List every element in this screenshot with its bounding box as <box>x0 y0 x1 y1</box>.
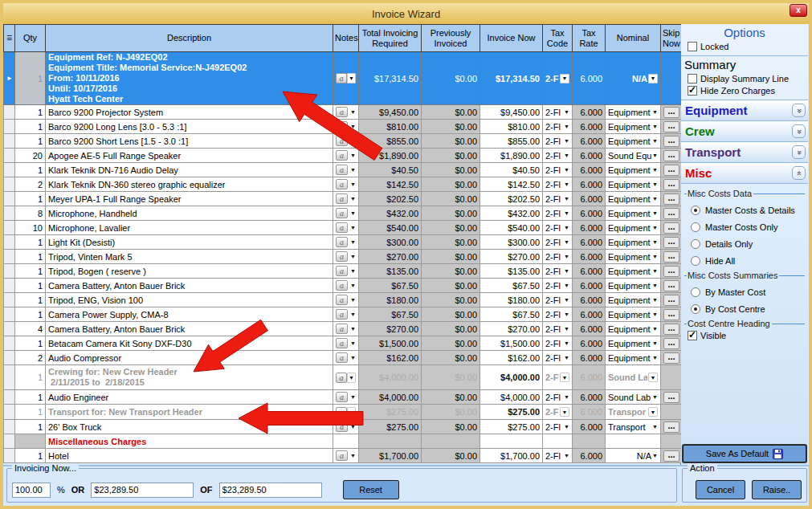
row-marker-cell[interactable] <box>4 307 15 322</box>
notes-dropdown-icon[interactable]: ▼ <box>350 312 356 317</box>
notes-text-button[interactable]: a <box>336 309 348 320</box>
invoice-row[interactable]: ►1Equipment Ref: N-J492EQ02Equipment Tit… <box>4 52 682 105</box>
tax-code-select[interactable]: 2-F▼ <box>543 52 573 105</box>
dropdown-arrow-icon[interactable]: ▼ <box>652 181 658 187</box>
notes-dropdown-icon[interactable]: ▼ <box>347 73 356 83</box>
invoice-row[interactable]: 1Crewing for: New Crew Header 2/11/2015 … <box>4 365 682 390</box>
skip-now-cell[interactable]: ... <box>661 134 682 149</box>
notes-dropdown-icon[interactable]: ▼ <box>350 167 356 173</box>
notes-text-button[interactable]: a <box>336 421 348 432</box>
close-icon[interactable]: x <box>790 4 807 17</box>
visible-checkbox[interactable] <box>688 331 697 340</box>
radio-master-costs-details[interactable]: Master Costs & Details <box>691 206 805 215</box>
row-marker-cell[interactable] <box>4 149 15 163</box>
invoice-row[interactable]: 1Barco 9200 Projector Systema▼$9,450.00$… <box>4 105 682 120</box>
row-marker-cell[interactable] <box>4 336 15 351</box>
skip-now-cell[interactable] <box>661 365 682 390</box>
tax-code-select[interactable]: 2-Fl▼ <box>543 279 573 293</box>
skip-now-cell[interactable]: ... <box>661 390 682 405</box>
description-cell[interactable]: Miscellaneous Charges <box>46 434 333 449</box>
tax-code-select[interactable]: 2-Fl▼ <box>543 336 573 351</box>
description-cell[interactable]: Transport for: New Transport Header <box>46 405 333 420</box>
invoice-row[interactable]: 4Camera Battery, Anton Bauer Bricka▼$270… <box>4 322 682 336</box>
dropdown-arrow-icon[interactable]: ▼ <box>652 254 658 259</box>
notes-cell[interactable]: a▼ <box>333 390 359 405</box>
notes-text-button[interactable]: a <box>336 121 348 132</box>
section-header-transport[interactable]: Transport » <box>681 142 808 163</box>
notes-text-button[interactable]: a <box>336 338 348 348</box>
description-cell[interactable]: Camera Battery, Anton Bauer Brick <box>46 279 333 293</box>
row-marker-cell[interactable] <box>4 390 15 405</box>
row-marker-cell[interactable] <box>4 405 15 420</box>
invoice-now-cell[interactable]: $135.00 <box>480 264 543 279</box>
dropdown-arrow-icon[interactable]: ▼ <box>652 239 658 245</box>
notes-cell[interactable]: a▼ <box>333 264 359 279</box>
dropdown-arrow-icon[interactable]: ▼ <box>564 167 569 173</box>
notes-cell[interactable]: a▼ <box>333 52 359 105</box>
notes-text-button[interactable]: a <box>336 237 348 247</box>
notes-text-button[interactable]: a <box>336 450 348 461</box>
tax-code-select[interactable]: 2-Fl▼ <box>543 149 573 163</box>
invoice-now-cell[interactable]: $202.50 <box>480 192 543 206</box>
skip-now-button[interactable]: ... <box>663 338 679 349</box>
chevron-double-down-icon[interactable]: » <box>792 104 806 117</box>
column-header[interactable]: Previously Invoiced <box>422 25 480 52</box>
skip-now-cell[interactable]: ... <box>661 177 682 192</box>
dropdown-arrow-icon[interactable]: ▼ <box>564 394 569 400</box>
nominal-select[interactable]: Equipment▼ <box>606 134 661 149</box>
dropdown-arrow-icon[interactable]: ▼ <box>564 297 569 303</box>
skip-now-button[interactable]: ... <box>663 309 679 320</box>
notes-dropdown-icon[interactable]: ▼ <box>350 210 356 216</box>
dropdown-arrow-icon[interactable]: ▼ <box>652 283 658 288</box>
chevron-double-up-icon[interactable]: » <box>792 166 806 180</box>
nominal-select[interactable]: Equipment▼ <box>606 250 661 264</box>
dropdown-arrow-icon[interactable]: ▼ <box>652 268 658 274</box>
skip-now-cell[interactable]: ... <box>661 293 682 307</box>
display-summary-line-checkbox[interactable] <box>688 74 697 83</box>
skip-now-cell[interactable]: ... <box>661 206 682 221</box>
notes-dropdown-icon[interactable]: ▼ <box>350 424 356 430</box>
notes-cell[interactable] <box>333 434 359 449</box>
notes-cell[interactable]: a▼ <box>333 105 359 120</box>
notes-text-button[interactable]: a <box>336 136 348 146</box>
invoice-now-cell[interactable]: $17,314.50 <box>480 52 543 105</box>
skip-now-cell[interactable]: ... <box>661 120 682 134</box>
row-marker-cell[interactable] <box>4 105 15 120</box>
invoice-now-cell[interactable]: $1,700.00 <box>480 449 543 463</box>
cancel-button[interactable]: Cancel <box>696 480 745 499</box>
notes-text-button[interactable]: a <box>336 280 348 291</box>
skip-now-cell[interactable]: ... <box>661 351 682 365</box>
tax-code-select[interactable]: 2-Fl▼ <box>543 120 573 134</box>
dropdown-arrow-icon[interactable]: ▼ <box>652 196 658 202</box>
invoice-now-cell[interactable]: $180.00 <box>480 293 543 307</box>
description-cell[interactable]: Hotel <box>46 449 333 463</box>
description-cell[interactable]: Meyer UPA-1 Full Range Speaker <box>46 192 333 206</box>
row-marker-cell[interactable] <box>4 120 15 134</box>
chevron-double-down-icon[interactable]: » <box>792 124 806 138</box>
notes-text-button[interactable]: a <box>336 107 348 117</box>
notes-text-button[interactable]: a <box>336 179 348 189</box>
skip-now-button[interactable]: ... <box>663 208 679 219</box>
skip-now-button[interactable]: ... <box>663 222 679 234</box>
description-cell[interactable]: Klark Teknik DN-716 Audio Delay <box>46 163 333 177</box>
invoice-row[interactable]: 1Tripod, Bogen ( reserve )a▼$135.00$0.00… <box>4 264 682 279</box>
radio-details-only[interactable]: Details Only <box>691 239 805 249</box>
notes-dropdown-icon[interactable]: ▼ <box>350 453 356 458</box>
invoice-now-cell[interactable]: $162.00 <box>480 351 543 365</box>
invoice-row[interactable]: 126' Box Trucka▼$275.00$0.00$275.002-Fl▼… <box>4 420 682 434</box>
invoice-row[interactable]: 1Tripod, Vinten Mark 5a▼$270.00$0.00$270… <box>4 250 682 264</box>
nominal-select[interactable] <box>606 434 661 449</box>
dropdown-arrow-icon[interactable]: ▼ <box>652 340 658 346</box>
dropdown-arrow-icon[interactable]: ▼ <box>652 109 658 115</box>
nominal-select[interactable]: Transpor▼ <box>606 405 661 420</box>
radio-icon[interactable] <box>691 222 700 232</box>
nominal-select[interactable]: Equipment▼ <box>606 177 661 192</box>
invoice-row[interactable]: 20Apogee AE-5 Full Range Speakera▼$1,890… <box>4 149 682 163</box>
column-header[interactable]: Invoice Now <box>480 25 543 52</box>
notes-cell[interactable]: a▼ <box>333 149 359 163</box>
notes-dropdown-icon[interactable]: ▼ <box>350 225 356 230</box>
skip-now-button[interactable]: ... <box>663 392 679 403</box>
notes-text-button[interactable]: a <box>336 222 348 233</box>
notes-cell[interactable]: a▼ <box>333 336 359 351</box>
skip-now-cell[interactable] <box>661 405 682 420</box>
